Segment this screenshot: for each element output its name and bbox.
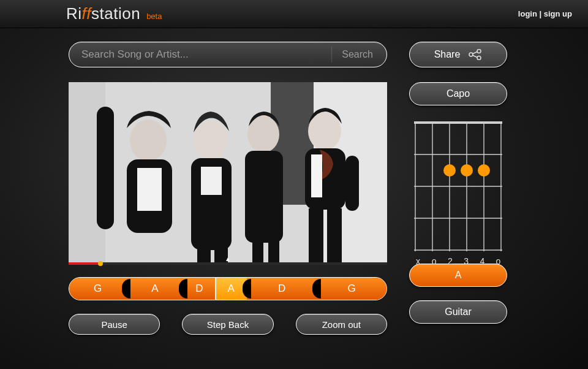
svg-point-24: [469, 53, 473, 56]
svg-line-27: [473, 52, 478, 54]
login-link[interactable]: login: [518, 9, 537, 18]
svg-rect-11: [201, 167, 222, 195]
playhead[interactable]: [215, 278, 216, 300]
svg-rect-23: [345, 156, 359, 211]
svg-rect-12: [197, 226, 211, 262]
instrument-button[interactable]: Guitar: [409, 300, 507, 324]
search-input[interactable]: [81, 48, 331, 61]
capo-button[interactable]: Capo: [409, 82, 507, 105]
search-bar[interactable]: Search: [69, 42, 387, 67]
chord-segment[interactable]: A: [126, 278, 183, 300]
brand: Riffstation beta: [66, 4, 162, 23]
expand-icon[interactable]: ▲: [225, 256, 231, 262]
svg-point-5: [130, 120, 167, 161]
fret-dot: [443, 164, 456, 177]
share-button[interactable]: Share: [409, 42, 507, 67]
auth-links: login | sign up: [518, 9, 572, 18]
share-label: Share: [434, 49, 461, 60]
fret-label: 3: [459, 256, 474, 266]
zoom-out-button[interactable]: Zoom out: [296, 314, 387, 335]
fret-dot: [478, 164, 490, 177]
svg-rect-21: [309, 208, 323, 262]
chord-segment[interactable]: D: [247, 278, 317, 300]
svg-point-9: [194, 121, 228, 160]
video-progress[interactable]: [69, 262, 387, 265]
step-back-button[interactable]: Step Back: [182, 314, 273, 335]
brand-tag: beta: [146, 12, 162, 21]
video-still: [69, 82, 387, 265]
current-chord-button[interactable]: A: [409, 264, 507, 287]
chord-diagram: xo234o: [409, 119, 507, 254]
svg-rect-16: [252, 222, 263, 262]
search-button[interactable]: Search: [331, 47, 383, 63]
signup-link[interactable]: sign up: [544, 9, 572, 18]
share-icon: [469, 49, 482, 60]
svg-point-26: [477, 56, 481, 60]
fret-label: o: [491, 256, 506, 266]
chord-segment[interactable]: G: [317, 278, 386, 300]
progress-knob[interactable]: [98, 261, 103, 266]
svg-rect-22: [327, 208, 342, 262]
svg-point-25: [477, 50, 481, 53]
chord-timeline[interactable]: GADADG: [69, 277, 387, 300]
svg-rect-8: [97, 107, 114, 229]
fret-label: x: [410, 256, 426, 266]
svg-rect-17: [268, 222, 279, 262]
svg-rect-7: [137, 168, 162, 211]
chord-segment[interactable]: D: [183, 278, 215, 300]
fret-labels: xo234o: [409, 254, 507, 266]
brand-name: Riffstation: [66, 4, 140, 23]
svg-rect-20: [311, 154, 322, 197]
fret-label: 2: [442, 256, 458, 266]
app-header: Riffstation beta login | sign up: [0, 0, 588, 28]
fret-dot: [461, 164, 473, 177]
pause-button[interactable]: Pause: [69, 314, 160, 335]
fret-label: 4: [475, 256, 490, 266]
svg-line-28: [473, 55, 478, 57]
fret-label: o: [426, 256, 442, 266]
video-player[interactable]: ▲: [69, 82, 387, 265]
chord-segment[interactable]: G: [69, 278, 126, 300]
transport-controls: Pause Step Back Zoom out: [69, 314, 387, 335]
